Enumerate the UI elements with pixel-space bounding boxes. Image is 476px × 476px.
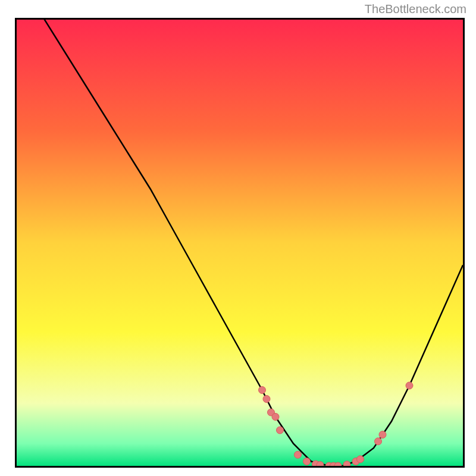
data-marker <box>357 456 364 463</box>
chart-container: TheBottleneck.com <box>0 0 476 476</box>
data-marker <box>277 427 284 434</box>
attribution-label: TheBottleneck.com <box>365 2 466 16</box>
data-marker <box>272 414 279 421</box>
data-marker <box>263 396 270 403</box>
data-marker <box>295 451 302 458</box>
plot-frame <box>15 18 465 468</box>
data-marker <box>375 438 382 445</box>
data-marker <box>317 462 324 466</box>
data-marker <box>259 387 266 394</box>
data-marker <box>303 458 311 465</box>
plot-svg <box>17 20 463 466</box>
data-marker <box>406 382 413 389</box>
data-marker <box>379 431 386 439</box>
gradient-background <box>17 20 463 466</box>
data-marker <box>343 461 350 466</box>
